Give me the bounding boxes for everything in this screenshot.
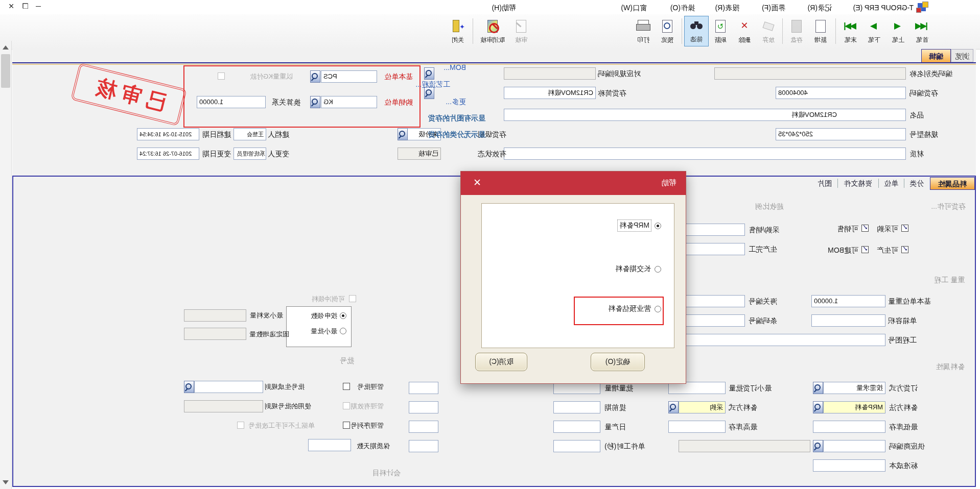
short-name-field[interactable]: CR12MOV锻料 — [504, 87, 596, 99]
code-category-field[interactable] — [714, 67, 906, 80]
batch-rule-lookup-button[interactable] — [184, 381, 194, 393]
fixed-increment-field[interactable] — [184, 328, 246, 340]
std-cost-field[interactable] — [813, 459, 885, 472]
menu-help[interactable]: 帮助(H) — [492, 3, 516, 13]
manage-serial-checkbox[interactable] — [343, 422, 350, 429]
supplier-lookup-button[interactable] — [813, 440, 823, 452]
min-stock-field[interactable] — [813, 421, 885, 433]
level-lookup-button[interactable] — [398, 128, 408, 140]
rule-code-field[interactable] — [504, 67, 596, 80]
toolbar-filter-button[interactable]: 筛选 — [684, 16, 709, 46]
tab-picture[interactable]: 图片 — [813, 177, 836, 190]
sales-forecast-prep-radio[interactable] — [655, 306, 661, 312]
toolbar-discard-button[interactable]: 放弃 — [756, 16, 781, 46]
daily-output-field[interactable] — [553, 421, 600, 433]
sale-unit-lookup-button[interactable] — [310, 96, 320, 108]
toolbar-close-button[interactable]: ✦ 关闭 — [446, 16, 470, 46]
no-manual-batch-checkbox[interactable] — [237, 422, 244, 429]
extra-field-2[interactable] — [409, 401, 438, 413]
cancel-button[interactable]: 取消(C) — [475, 353, 527, 371]
product-name-field[interactable]: CR12MOV锻料 — [504, 109, 906, 121]
menu-record[interactable]: 记录(R) — [808, 3, 832, 13]
dialog-title-bar[interactable]: 帮助 ✕ — [461, 172, 686, 195]
toolbar-prev-button[interactable]: ◀上笔 — [886, 16, 911, 46]
extra-field-3[interactable] — [409, 421, 438, 433]
toolbar-first-button[interactable]: |◀◀首笔 — [910, 16, 935, 46]
sellable-checkbox[interactable] — [861, 225, 869, 232]
scrollbar-thumb[interactable] — [1, 54, 10, 88]
lead-time-field[interactable] — [553, 401, 600, 413]
sales-forecast-prep-label[interactable]: 营业预估备料 — [608, 304, 651, 313]
mrp-prep-radio[interactable] — [655, 223, 661, 229]
manage-expiry-checkbox[interactable] — [343, 402, 350, 409]
menu-operate[interactable]: 操作(O) — [670, 3, 695, 13]
base-unit-lookup-button[interactable] — [310, 70, 320, 83]
supplier-code-field[interactable] — [823, 440, 885, 452]
close-button[interactable]: ✕ — [8, 2, 14, 10]
produce-finish-field[interactable] — [679, 243, 745, 255]
ok-button[interactable]: 确定(O) — [591, 353, 645, 371]
more-link[interactable]: 更多... — [446, 97, 466, 107]
restore-button[interactable]: ❐ — [22, 2, 29, 10]
min-issue-field[interactable] — [184, 309, 246, 322]
extra-field-1[interactable] — [409, 382, 438, 394]
order-mode-lookup-button[interactable] — [813, 382, 823, 394]
menu-report[interactable]: 报表(R) — [715, 3, 739, 13]
tab-item-attributes[interactable]: 料品属性 — [930, 177, 975, 190]
purchase-sale-field[interactable] — [679, 224, 745, 236]
producible-checkbox[interactable] — [901, 246, 908, 253]
show-unclassified-link[interactable]: 显示无分类的存货 — [428, 130, 485, 139]
tab-unit[interactable]: 单位 — [880, 177, 902, 190]
process-link[interactable]: 工艺流程... — [415, 80, 450, 89]
toolbar-next-button[interactable]: ▶下笔 — [862, 16, 886, 46]
long-lead-prep-radio[interactable] — [655, 266, 661, 273]
order-mode-field[interactable]: 按需求量 — [823, 382, 885, 394]
bomable-checkbox[interactable] — [861, 246, 869, 253]
prep-mode-field[interactable]: 采购 — [679, 401, 726, 413]
menu-interface[interactable]: 界面(F) — [762, 3, 785, 13]
tab-qualification-files[interactable]: 资格文件 — [839, 177, 877, 190]
tab-browse[interactable]: 浏览 — [951, 49, 973, 62]
scroll-up-icon[interactable] — [3, 45, 9, 50]
rule-code-lookup-button[interactable] — [424, 67, 434, 80]
menu-window[interactable]: 窗口(W) — [621, 3, 647, 13]
toolbar-print-button[interactable]: 打印 — [631, 16, 656, 46]
toolbar-new-button[interactable]: 新增 — [808, 16, 833, 46]
menu-tgroup-erp[interactable]: T-GROUP ERP (E) — [853, 3, 914, 13]
tab-edit[interactable]: 编辑 — [921, 49, 951, 63]
vertical-scrollbar[interactable] — [0, 41, 12, 489]
shelf-life-field[interactable] — [308, 439, 351, 451]
base-unit-field[interactable]: PCS — [321, 70, 377, 83]
extra-field-4[interactable] — [409, 440, 438, 452]
mrp-prep-label[interactable]: MRP备料 — [618, 220, 651, 231]
spec-field[interactable]: 250*240*35 — [776, 128, 906, 140]
tab-classification[interactable]: 分类 — [905, 177, 928, 190]
toolbar-preview-button[interactable]: 预览 — [655, 16, 680, 46]
toolbar-refresh-button[interactable]: ↻刷新 — [708, 16, 733, 46]
batch-rule-field[interactable] — [194, 381, 263, 393]
show-picture-link[interactable]: 显示有图片的存货 — [428, 114, 485, 123]
min-batch-radio[interactable] — [340, 328, 346, 334]
sale-unit-field[interactable]: KG — [321, 96, 377, 108]
prep-method-field[interactable]: MRP备料 — [823, 401, 885, 413]
dialog-close-icon[interactable]: ✕ — [473, 177, 481, 188]
unit-weight-field[interactable]: 1.00000 — [811, 295, 885, 307]
long-lead-prep-label[interactable]: 长交期备料 — [615, 264, 651, 274]
toolbar-last-button[interactable]: ▶▶|末笔 — [838, 16, 863, 46]
box-volume-field[interactable] — [811, 314, 885, 327]
unit-hours-field[interactable] — [553, 440, 600, 452]
conversion-field[interactable]: 1.00000 — [197, 96, 266, 108]
manage-batch-checkbox[interactable] — [343, 383, 350, 390]
backflush-checkbox[interactable] — [349, 295, 356, 302]
toolbar-save-button[interactable]: 存盘 — [784, 16, 809, 46]
scroll-down-icon[interactable] — [3, 480, 9, 484]
inventory-code-field[interactable]: 40040008 — [776, 87, 906, 99]
minimize-button[interactable]: ─ — [36, 2, 41, 10]
purchasable-checkbox[interactable] — [901, 225, 908, 232]
max-stock-field[interactable] — [668, 421, 726, 433]
prep-mode-lookup-button[interactable] — [668, 401, 679, 413]
toolbar-delete-button[interactable]: ✕删除 — [732, 16, 757, 46]
material-field[interactable] — [504, 148, 906, 160]
toolbar-audit-button[interactable]: 审核 — [509, 16, 533, 46]
toolbar-unaudit-button[interactable]: 取消审核 — [476, 16, 509, 46]
